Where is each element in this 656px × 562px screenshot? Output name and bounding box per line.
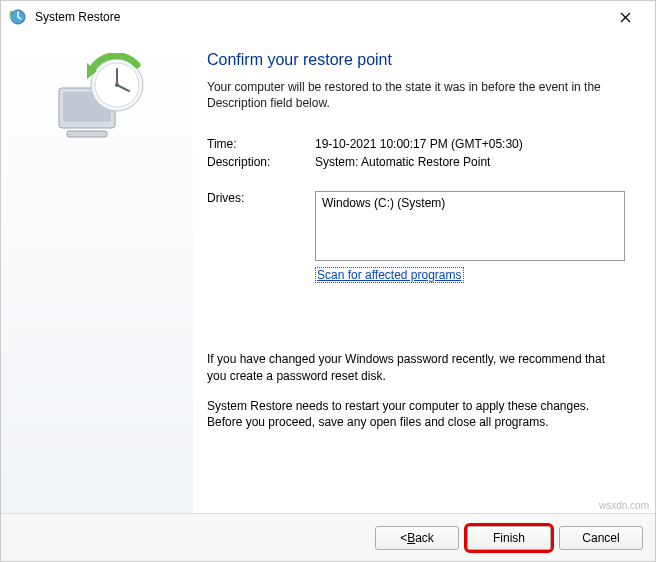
scan-link-row: Scan for affected programs [207, 267, 625, 283]
time-row: Time: 19-10-2021 10:00:17 PM (GMT+05:30) [207, 137, 625, 151]
main-panel: Confirm your restore point Your computer… [193, 33, 655, 513]
description-label: Description: [207, 155, 315, 169]
time-label: Time: [207, 137, 315, 151]
drives-listbox[interactable]: Windows (C:) (System) [315, 191, 625, 261]
description-row: Description: System: Automatic Restore P… [207, 155, 625, 169]
drives-label: Drives: [207, 191, 315, 261]
back-button[interactable]: < Back [375, 526, 459, 550]
intro-text: Your computer will be restored to the st… [207, 79, 625, 111]
watermark: wsxdn.com [599, 500, 649, 511]
scan-affected-programs-link[interactable]: Scan for affected programs [315, 267, 464, 283]
page-heading: Confirm your restore point [207, 51, 625, 69]
button-bar: < Back Finish Cancel [1, 513, 655, 561]
restart-note: System Restore needs to restart your com… [207, 398, 625, 430]
back-button-suffix: ack [415, 531, 434, 545]
description-value: System: Automatic Restore Point [315, 155, 625, 169]
titlebar: System Restore [1, 1, 655, 33]
window-title: System Restore [35, 10, 603, 24]
cancel-button[interactable]: Cancel [559, 526, 643, 550]
drive-item[interactable]: Windows (C:) (System) [322, 196, 618, 210]
time-value: 19-10-2021 10:00:17 PM (GMT+05:30) [315, 137, 625, 151]
back-button-accesskey: B [407, 531, 415, 545]
sidebar [1, 33, 193, 513]
svg-point-9 [115, 83, 119, 87]
system-restore-icon [9, 8, 27, 26]
restore-graphic-icon [37, 53, 157, 153]
drives-row: Drives: Windows (C:) (System) [207, 191, 625, 261]
close-button[interactable] [603, 2, 647, 32]
back-button-prefix: < [400, 531, 407, 545]
dialog-body: Confirm your restore point Your computer… [1, 33, 655, 513]
password-note: If you have changed your Windows passwor… [207, 351, 625, 383]
svg-rect-4 [67, 131, 107, 137]
finish-button[interactable]: Finish [467, 526, 551, 550]
